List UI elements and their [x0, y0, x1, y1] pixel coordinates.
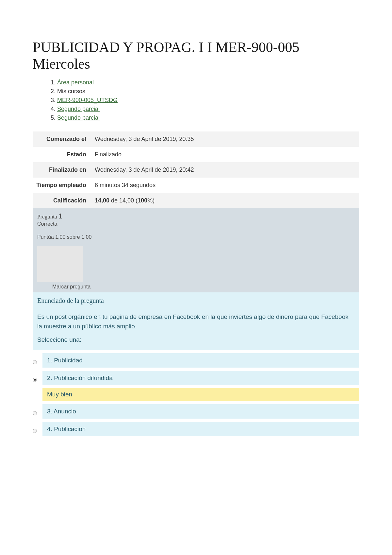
breadcrumb-item: Segundo parcial: [57, 113, 359, 122]
breadcrumb: Área personal Mis cursos MER-900-005_UTS…: [33, 78, 359, 122]
summary-label-time: Tiempo empleado: [33, 178, 91, 193]
answer-text: Publicación difundida: [54, 374, 113, 381]
answer-row: 1. Publicidad: [33, 353, 359, 368]
table-row: Comenzado el Wednesday, 3 de April de 20…: [33, 131, 359, 147]
question-content: Enunciado de la pregunta Es un post orgá…: [33, 292, 359, 350]
breadcrumb-link-personal[interactable]: Área personal: [57, 79, 94, 86]
breadcrumb-link-section[interactable]: Segundo parcial: [57, 106, 100, 112]
answer-option-4[interactable]: 4. Publicacion: [42, 422, 359, 436]
flag-block: [37, 246, 83, 282]
answer-text: Publicacion: [54, 425, 86, 432]
grade-score: 14,00: [95, 197, 109, 204]
grade-of: de 14,00 (: [109, 197, 138, 204]
table-row: Tiempo empleado 6 minutos 34 segundos: [33, 178, 359, 193]
summary-table: Comenzado el Wednesday, 3 de April de 20…: [33, 131, 359, 208]
question-text: Es un post orgánico en tu página de empr…: [37, 312, 355, 331]
flag-label[interactable]: Marcar pregunta: [52, 284, 90, 289]
question-score: Puntúa 1,00 sobre 1,00: [37, 234, 355, 244]
summary-value-started: Wednesday, 3 de April de 2019, 20:35: [91, 131, 359, 147]
answer-num: 3.: [47, 408, 52, 415]
answer-option-2[interactable]: 2. Publicación difundida: [42, 371, 359, 385]
summary-value-finished: Wednesday, 3 de April de 2019, 20:42: [91, 162, 359, 178]
radio-cell: [33, 357, 42, 364]
summary-value-time: 6 minutos 34 segundos: [91, 178, 359, 193]
answer-text: Publicidad: [54, 357, 83, 364]
breadcrumb-text-courses: Mis cursos: [57, 88, 85, 95]
summary-label-grade: Calificación: [33, 193, 91, 208]
summary-value-grade: 14,00 de 14,00 (100%): [91, 193, 359, 208]
flag-row: Marcar pregunta: [33, 282, 359, 292]
answer-option-1[interactable]: 1. Publicidad: [42, 353, 359, 368]
breadcrumb-link-quiz[interactable]: Segundo parcial: [57, 114, 100, 121]
answer-option-3[interactable]: 3. Anuncio: [42, 404, 359, 419]
answer-num: 4.: [47, 425, 52, 432]
question-number: 1: [58, 212, 62, 220]
summary-label-finished: Finalizado en: [33, 162, 91, 178]
radio-icon[interactable]: [33, 360, 37, 364]
summary-label-started: Comenzado el: [33, 131, 91, 147]
radio-cell: [33, 374, 42, 382]
answer-row: 3. Anuncio: [33, 404, 359, 419]
feedback-text: Muy bien: [47, 391, 72, 398]
radio-cell: [33, 408, 42, 415]
answer-num: 1.: [47, 357, 52, 364]
question-content-header: Enunciado de la pregunta: [37, 297, 355, 304]
breadcrumb-item: Segundo parcial: [57, 105, 359, 113]
feedback-row: Muy bien: [42, 388, 359, 401]
select-one: Seleccione una:: [37, 336, 355, 343]
question-info: Pregunta 1 Correcta Puntúa 1,00 sobre 1,…: [33, 208, 359, 282]
page-title: PUBLICIDAD Y PROPAG. I I MER-900-005 Mie…: [33, 39, 359, 72]
answer-text: Anuncio: [54, 408, 76, 415]
radio-icon-checked[interactable]: [33, 378, 37, 382]
breadcrumb-link-course[interactable]: MER-900-005_UTSDG: [57, 97, 118, 103]
table-row: Finalizado en Wednesday, 3 de April de 2…: [33, 162, 359, 178]
summary-label-state: Estado: [33, 147, 91, 162]
breadcrumb-item: Mis cursos: [57, 87, 359, 96]
table-row: Calificación 14,00 de 14,00 (100%): [33, 193, 359, 208]
radio-icon[interactable]: [33, 429, 37, 433]
breadcrumb-item: Área personal: [57, 78, 359, 87]
summary-value-state: Finalizado: [91, 147, 359, 162]
radio-cell: [33, 425, 42, 433]
grade-pct: 100: [138, 197, 147, 204]
radio-icon[interactable]: [33, 411, 37, 415]
breadcrumb-item: MER-900-005_UTSDG: [57, 96, 359, 105]
answer-num: 2.: [47, 374, 52, 381]
answer-row: 2. Publicación difundida: [33, 371, 359, 385]
question-label: Pregunta: [37, 214, 58, 220]
table-row: Estado Finalizado: [33, 147, 359, 162]
grade-close: %): [147, 197, 155, 204]
answer-row: 4. Publicacion: [33, 422, 359, 436]
question-status: Correcta: [37, 221, 355, 227]
